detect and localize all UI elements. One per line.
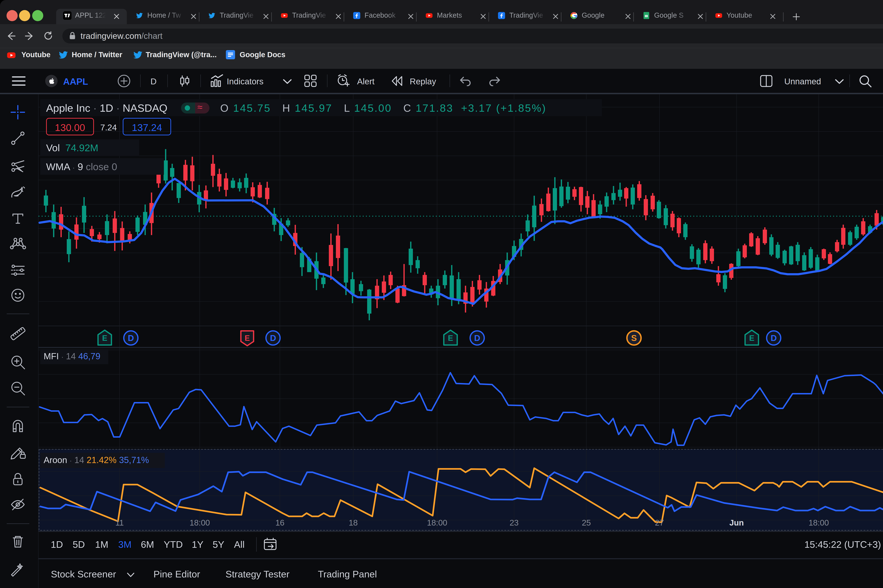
svg-text:D: D [771,333,777,343]
svg-text:E: E [749,334,754,342]
svg-text:E: E [448,334,453,342]
svg-text:D: D [128,333,134,343]
svg-text:S: S [631,333,637,343]
svg-text:D: D [474,333,480,343]
svg-text:E: E [102,334,107,342]
svg-text:D: D [270,333,276,343]
svg-text:E: E [245,334,250,342]
